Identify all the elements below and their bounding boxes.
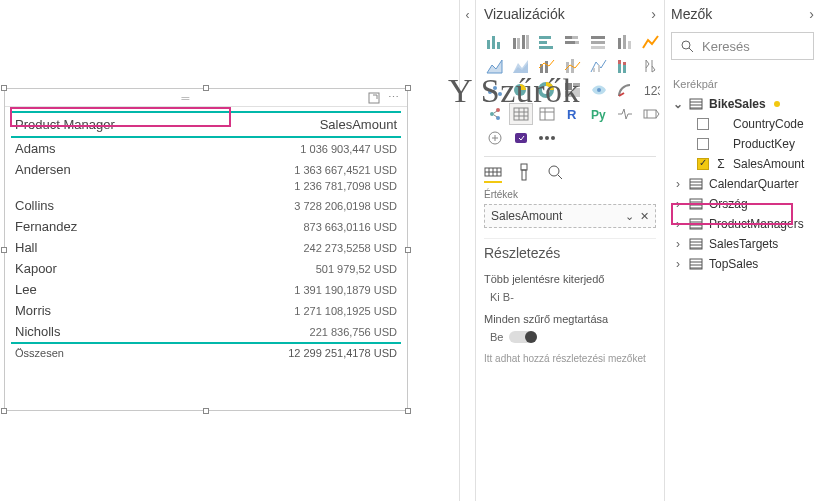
table-node[interactable]: ›SalesTargets (671, 234, 814, 254)
svg-rect-19 (623, 35, 626, 49)
viz-type-icon[interactable]: 123 (640, 80, 662, 100)
chevron-down-icon[interactable]: ⌄ (625, 210, 634, 223)
svg-text:123: 123 (644, 84, 660, 98)
filters-pane-collapsed[interactable]: ‹ (459, 0, 475, 501)
viz-type-icon[interactable] (588, 56, 610, 76)
table-row[interactable]: Nicholls221 836,756 USD (11, 321, 401, 343)
table-node[interactable]: ›ProductManagers (671, 214, 814, 234)
svg-rect-38 (573, 88, 580, 97)
cell-value: 1 363 667,4521 USD (198, 159, 401, 180)
fields-tab-icon[interactable] (484, 163, 502, 183)
column-header-product-manager[interactable]: Product Manager (11, 112, 198, 137)
field-node[interactable]: ProductKey (671, 134, 814, 154)
svg-rect-29 (623, 62, 626, 65)
svg-text:Py: Py (591, 108, 606, 122)
sigma-icon: Σ (715, 157, 727, 171)
cell-name: Nicholls (11, 321, 198, 343)
analytics-tab-icon[interactable] (546, 163, 564, 183)
viz-type-icon[interactable] (484, 128, 506, 148)
drag-grip-icon[interactable]: ═ (13, 92, 360, 104)
table-visual[interactable]: ═ ⋯ Product Manager SalesAmount Adams1 0… (4, 88, 408, 411)
svg-point-52 (545, 136, 549, 140)
viz-type-icon[interactable] (510, 56, 532, 76)
more-options-icon[interactable]: ⋯ (388, 91, 399, 104)
cell-value: 1 391 190,1879 USD (198, 279, 401, 300)
remove-field-icon[interactable]: ✕ (640, 210, 649, 223)
viz-type-icon[interactable] (562, 80, 584, 100)
cell-name: Adams (11, 137, 198, 159)
visualizations-title: Vizualizációk (484, 6, 565, 22)
fields-search-input[interactable]: Keresés (671, 32, 814, 60)
svg-rect-9 (539, 41, 547, 44)
viz-type-icon[interactable] (510, 128, 532, 148)
keep-all-filters-label: Minden szűrő megtartása (484, 309, 656, 329)
viz-type-icon[interactable] (484, 80, 506, 100)
table-row[interactable]: Adams1 036 903,447 USD (11, 137, 401, 159)
table-node[interactable]: ›Ország (671, 194, 814, 214)
viz-type-icon[interactable] (640, 104, 662, 124)
format-tab-icon[interactable] (516, 163, 532, 183)
viz-type-icon[interactable] (484, 104, 506, 124)
table-node[interactable]: ›CalendarQuarter (671, 174, 814, 194)
svg-point-31 (488, 90, 492, 94)
viz-type-icon[interactable] (588, 32, 610, 52)
viz-type-icon[interactable] (614, 104, 636, 124)
svg-rect-51 (515, 133, 527, 143)
viz-type-icon[interactable] (536, 32, 558, 52)
viz-type-icon[interactable] (614, 56, 636, 76)
fields-pane: Mezők › Keresés Kerékpár ⌄BikeSalesCount… (664, 0, 820, 501)
viz-type-icon[interactable] (614, 32, 636, 52)
viz-type-icon[interactable] (484, 56, 506, 76)
field-checkbox[interactable] (697, 118, 709, 130)
viz-type-icon[interactable] (640, 32, 662, 52)
svg-rect-20 (628, 41, 631, 49)
table-node[interactable]: ›TopSales (671, 254, 814, 274)
keep-all-filters-toggle[interactable]: Be (484, 329, 656, 349)
table-row[interactable]: Lee1 391 190,1879 USD (11, 279, 401, 300)
table-row[interactable]: Hall242 273,5258 USD (11, 237, 401, 258)
values-field-well[interactable]: SalesAmount ⌄ ✕ (484, 204, 656, 228)
viz-type-icon[interactable] (536, 128, 558, 148)
values-well-label: Értékek (484, 187, 656, 204)
viz-type-icon[interactable] (562, 56, 584, 76)
chevron-right-icon[interactable]: › (651, 6, 656, 22)
field-node[interactable]: CountryCode (671, 114, 814, 134)
field-node[interactable]: ΣSalesAmount (671, 154, 814, 174)
viz-type-icon[interactable]: Py (588, 104, 610, 124)
viz-type-icon[interactable] (536, 56, 558, 76)
focus-mode-icon[interactable] (368, 92, 380, 104)
table-row[interactable]: Fernandez873 663,0116 USD (11, 216, 401, 237)
svg-rect-16 (591, 41, 605, 44)
cross-report-toggle[interactable]: Ki B- (484, 289, 656, 309)
table-row[interactable]: Kapoor501 979,52 USD (11, 258, 401, 279)
svg-rect-18 (618, 38, 621, 49)
table-node[interactable]: ⌄BikeSales (671, 94, 814, 114)
viz-type-icon[interactable] (510, 104, 532, 124)
svg-text:R: R (567, 107, 577, 122)
chevron-right-icon[interactable]: › (809, 6, 814, 22)
viz-type-icon[interactable] (562, 32, 584, 52)
data-table: Product Manager SalesAmount Adams1 036 9… (5, 107, 407, 362)
viz-type-icon[interactable] (588, 80, 610, 100)
chevron-right-icon: › (673, 257, 683, 271)
svg-rect-57 (522, 170, 526, 180)
viz-type-icon[interactable] (484, 32, 506, 52)
table-row[interactable]: Andersen1 363 667,4521 USD (11, 159, 401, 180)
table-row[interactable]: Collins3 728 206,0198 USD (11, 195, 401, 216)
field-checkbox[interactable] (697, 158, 709, 170)
column-header-sales-amount[interactable]: SalesAmount (198, 112, 401, 137)
table-row[interactable]: Morris1 271 108,1925 USD (11, 300, 401, 321)
svg-rect-10 (539, 46, 553, 49)
cell-name: Hall (11, 237, 198, 258)
viz-type-icon[interactable] (614, 80, 636, 100)
viz-type-icon[interactable] (536, 104, 558, 124)
viz-type-icon[interactable]: R (562, 104, 584, 124)
chevron-right-icon: › (673, 197, 683, 211)
report-canvas[interactable]: ═ ⋯ Product Manager SalesAmount Adams1 0… (0, 0, 459, 501)
viz-type-icon[interactable] (510, 32, 532, 52)
viz-type-icon[interactable] (536, 80, 558, 100)
chevron-left-icon: ‹ (466, 8, 470, 22)
viz-type-icon[interactable] (510, 80, 532, 100)
viz-type-icon[interactable] (640, 56, 662, 76)
field-checkbox[interactable] (697, 138, 709, 150)
